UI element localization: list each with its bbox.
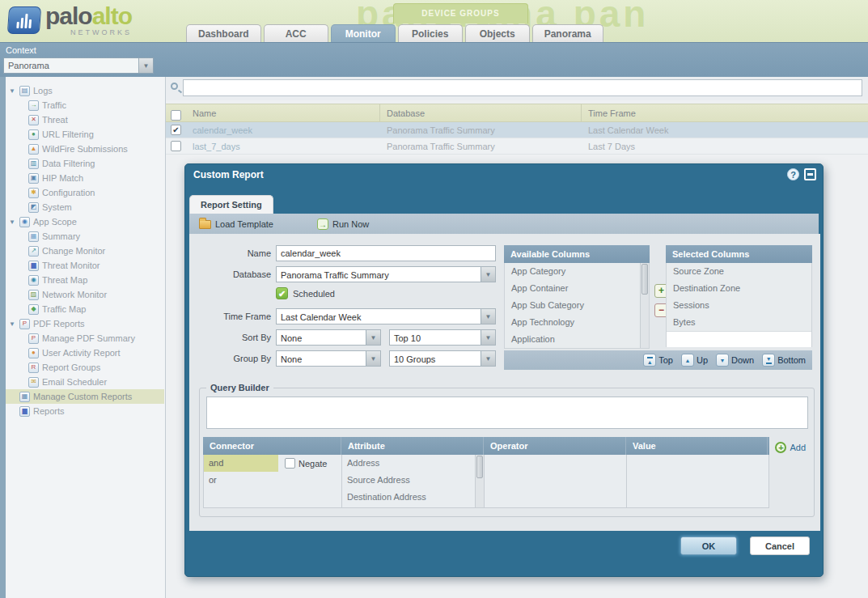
- sidebar-item-url-filtering[interactable]: ●URL Filtering: [6, 127, 164, 142]
- expander-arrow-icon[interactable]: ▼: [9, 218, 19, 226]
- sort-by-row: Sort By None ▼ Top 10 ▼: [189, 329, 496, 346]
- manage-custom-reports-icon: ▦: [19, 392, 30, 402]
- sidebar-item-threat[interactable]: ✕Threat: [6, 112, 164, 127]
- connector-option-and[interactable]: and: [204, 455, 278, 472]
- column-header-name[interactable]: Name: [186, 104, 380, 121]
- sidebar-item-user-activity-report[interactable]: ●User Activity Report: [6, 346, 164, 360]
- sidebar-item-pdf-reports[interactable]: ▼PPDF Reports: [6, 316, 164, 331]
- move-up-button[interactable]: ▲Up: [681, 354, 708, 367]
- attribute-option-destination-address[interactable]: Destination Address: [342, 489, 484, 506]
- available-column-item[interactable]: App Category: [505, 263, 649, 280]
- column-header-time-frame[interactable]: Time Frame: [582, 104, 868, 121]
- minimize-icon[interactable]: [804, 168, 816, 180]
- up-arrow-icon: ▲: [681, 354, 694, 367]
- query-builder-legend: Query Builder: [206, 383, 273, 392]
- sidebar-item-system[interactable]: ◩System: [6, 200, 164, 214]
- sidebar-item-traffic[interactable]: →Traffic: [6, 98, 164, 112]
- database-select[interactable]: Panorama Traffic Summary ▼: [276, 266, 496, 282]
- available-column-item[interactable]: App Sub Category: [505, 297, 649, 314]
- selected-column-empty-row[interactable]: [667, 331, 811, 347]
- sidebar-item-threat-map[interactable]: ◉Threat Map: [6, 273, 164, 287]
- row-checkbox[interactable]: ✔: [171, 125, 181, 135]
- sidebar-item-manage-custom-reports[interactable]: ▦Manage Custom Reports: [6, 389, 164, 404]
- add-rule-button[interactable]: + Add: [775, 442, 806, 453]
- sidebar-item-change-monitor[interactable]: ↗Change Monitor: [6, 244, 164, 258]
- top-n-select[interactable]: Top 10 ▼: [389, 329, 496, 346]
- column-header-database[interactable]: Database: [380, 104, 582, 121]
- move-bottom-button[interactable]: ▼Bottom: [762, 354, 806, 367]
- sidebar-item-data-filtering[interactable]: ▥Data Filtering: [6, 156, 164, 171]
- row-checkbox[interactable]: [171, 141, 181, 151]
- expander-arrow-icon[interactable]: ▼: [9, 320, 19, 328]
- query-textarea[interactable]: [206, 397, 808, 429]
- chevron-down-icon[interactable]: ▼: [481, 351, 495, 366]
- sidebar-item-traffic-map[interactable]: ◆Traffic Map: [6, 302, 164, 316]
- chevron-down-icon[interactable]: ▼: [481, 309, 495, 324]
- panorama-app: panorama pan paloalto NETWORKS DEVICE GR…: [0, 0, 868, 598]
- chevron-down-icon[interactable]: ▼: [481, 267, 495, 282]
- sidebar-item-app-scope[interactable]: ▼◉App Scope: [6, 214, 164, 229]
- sidebar-item-logs[interactable]: ▼▤Logs: [6, 83, 164, 98]
- report-name-link[interactable]: last_7_days: [186, 138, 380, 154]
- sidebar-item-configuration[interactable]: ✱Configuration: [6, 185, 164, 200]
- attribute-option-address[interactable]: Address: [342, 455, 484, 472]
- connector-option-or[interactable]: or: [204, 472, 278, 489]
- select-all-checkbox[interactable]: [171, 110, 181, 121]
- tab-panorama[interactable]: Panorama: [532, 24, 603, 42]
- sidebar-item-reports[interactable]: ▆Reports: [6, 404, 164, 418]
- sidebar-item-manage-pdf-summary[interactable]: PManage PDF Summary: [6, 331, 164, 346]
- tab-dashboard[interactable]: Dashboard: [186, 24, 261, 42]
- chevron-down-icon[interactable]: ▼: [138, 58, 153, 73]
- available-column-item[interactable]: App Technology: [505, 314, 649, 331]
- tab-monitor[interactable]: Monitor: [331, 24, 396, 42]
- sidebar-item-summary[interactable]: ▦Summary: [6, 229, 164, 244]
- load-template-button[interactable]: Load Template: [189, 214, 283, 234]
- available-column-item[interactable]: Application: [505, 331, 649, 348]
- group-by-select[interactable]: None ▼: [276, 350, 381, 367]
- selected-column-item[interactable]: Sessions: [667, 297, 811, 314]
- sidebar-item-report-groups[interactable]: RReport Groups: [6, 360, 164, 375]
- context-select[interactable]: Panorama ▼: [3, 57, 154, 74]
- pdf-reports-icon: P: [19, 319, 30, 329]
- table-row[interactable]: ✔calendar_weekPanorama Traffic SummaryLa…: [166, 122, 868, 138]
- sidebar-item-threat-monitor[interactable]: ▆Threat Monitor: [6, 258, 164, 273]
- tab-acc[interactable]: ACC: [264, 24, 328, 42]
- move-top-button[interactable]: ▲Top: [643, 354, 673, 367]
- negate-checkbox[interactable]: [285, 458, 295, 469]
- sidebar-item-network-monitor[interactable]: ▨Network Monitor: [6, 287, 164, 302]
- tab-policies[interactable]: Policies: [398, 24, 463, 42]
- report-name-link[interactable]: calendar_week: [186, 122, 380, 138]
- help-icon[interactable]: ?: [787, 168, 799, 180]
- search-input[interactable]: [183, 79, 862, 96]
- scrollbar[interactable]: [475, 455, 484, 507]
- scheduled-checkbox[interactable]: ✔: [276, 287, 288, 299]
- selected-column-item[interactable]: Source Zone: [667, 263, 811, 280]
- run-now-button[interactable]: → Run Now: [307, 214, 379, 234]
- report-time-frame: Last Calendar Week: [582, 122, 868, 138]
- chevron-down-icon[interactable]: ▼: [366, 351, 380, 366]
- tab-objects[interactable]: Objects: [465, 24, 530, 42]
- name-field[interactable]: [276, 245, 496, 261]
- sidebar-item-wildfire-submissions[interactable]: ▲WildFire Submissions: [6, 142, 164, 156]
- sidebar-item-email-scheduler[interactable]: ✉Email Scheduler: [6, 375, 164, 389]
- move-down-button[interactable]: ▼Down: [716, 354, 754, 367]
- custom-report-dialog: Custom Report ? Report Setting Load Temp…: [184, 163, 824, 577]
- wildfire-icon: ▲: [28, 144, 39, 155]
- scrollbar[interactable]: [640, 263, 649, 348]
- down-arrow-icon: ▼: [716, 354, 729, 367]
- cancel-button[interactable]: Cancel: [750, 537, 810, 555]
- table-row[interactable]: last_7_daysPanorama Traffic SummaryLast …: [166, 138, 868, 155]
- selected-column-item[interactable]: Destination Zone: [667, 280, 811, 297]
- attribute-option-source-address[interactable]: Source Address: [342, 472, 484, 489]
- selected-column-item[interactable]: Bytes: [667, 314, 811, 331]
- chevron-down-icon[interactable]: ▼: [481, 330, 495, 345]
- ok-button[interactable]: OK: [680, 537, 737, 555]
- chevron-down-icon[interactable]: ▼: [366, 330, 380, 345]
- sort-by-select[interactable]: None ▼: [276, 329, 381, 346]
- sidebar-item-hip-match[interactable]: ▣HIP Match: [6, 171, 164, 185]
- time-frame-select[interactable]: Last Calendar Week ▼: [276, 308, 496, 324]
- available-column-item[interactable]: App Container: [505, 280, 649, 297]
- tab-report-setting[interactable]: Report Setting: [189, 195, 273, 214]
- groups-count-select[interactable]: 10 Groups ▼: [389, 350, 496, 367]
- expander-arrow-icon[interactable]: ▼: [9, 87, 19, 95]
